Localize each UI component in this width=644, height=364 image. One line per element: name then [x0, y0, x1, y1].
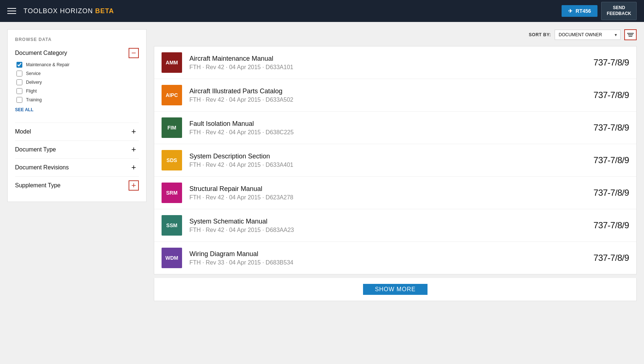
sort-line-3: [629, 36, 632, 37]
doc-info-fim: Fault Isolation Manual FTH · Rev 42 · 04…: [189, 120, 586, 136]
document-list: AMM Aircraft Maintenance Manual FTH · Re…: [154, 46, 637, 274]
doc-model-wdm: 737-7/8/9: [593, 253, 629, 263]
doc-model-srm: 737-7/8/9: [593, 188, 629, 198]
facet-item-training: Training: [15, 97, 139, 103]
doc-meta-aipc: FTH · Rev 42 · 04 Apr 2015 · D633A502: [189, 97, 586, 103]
facet-title-model: Model: [15, 128, 31, 135]
sort-line-1: [627, 33, 634, 34]
doc-title-ssm: System Schematic Manual: [189, 218, 586, 225]
doc-model-fim: 737-7/8/9: [593, 123, 629, 133]
see-all-link[interactable]: SEE ALL: [15, 107, 33, 112]
show-more-container: SHOW MORE: [154, 278, 637, 301]
doc-title-fim: Fault Isolation Manual: [189, 120, 586, 128]
doc-meta-fim: FTH · Rev 42 · 04 Apr 2015 · D638C225: [189, 129, 586, 136]
doc-title-amm: Aircraft Maintenance Manual: [189, 55, 586, 63]
doc-model-aipc: 737-7/8/9: [593, 90, 629, 100]
facet-document-revisions: Document Revisions +: [15, 158, 139, 176]
browse-data-label: BROWSE DATA: [15, 37, 139, 42]
document-row-amm[interactable]: AMM Aircraft Maintenance Manual FTH · Re…: [154, 46, 636, 79]
facet-document-category: Document Category − Maintenance & Repair…: [15, 48, 139, 118]
badge-ssm: SSM: [162, 215, 182, 236]
send-feedback-button[interactable]: SENDFEEDBACK: [601, 2, 637, 20]
facet-expand-supplement-type[interactable]: +: [129, 180, 139, 191]
document-row-srm[interactable]: SRM Structural Repair Manual FTH · Rev 4…: [154, 177, 636, 209]
facet-expand-model[interactable]: +: [129, 127, 139, 137]
doc-model-ssm: 737-7/8/9: [593, 220, 629, 230]
facet-item-service: Service: [15, 71, 139, 76]
doc-meta-wdm: FTH · Rev 33 · 04 Apr 2015 · D683B534: [189, 259, 586, 266]
doc-meta-sds: FTH · Rev 42 · 04 Apr 2015 · D633A401: [189, 162, 586, 168]
facet-model: Model +: [15, 123, 139, 140]
facet-document-type: Document Type +: [15, 140, 139, 158]
checkbox-training[interactable]: [16, 97, 22, 103]
badge-wdm: WDM: [162, 248, 182, 268]
doc-title-wdm: Wiring Diagram Manual: [189, 250, 586, 258]
doc-model-sds: 737-7/8/9: [593, 155, 629, 165]
checkbox-delivery[interactable]: [16, 79, 22, 85]
facet-supplement-type: Supplement Type +: [15, 176, 139, 194]
document-row-wdm[interactable]: WDM Wiring Diagram Manual FTH · Rev 33 ·…: [154, 242, 636, 274]
sort-by-label: Sort by:: [529, 32, 551, 37]
doc-model-amm: 737-7/8/9: [593, 57, 629, 68]
facet-title-document-type: Document Type: [15, 146, 56, 153]
badge-aipc: AIPC: [162, 85, 182, 105]
plane-icon: ✈: [568, 8, 573, 14]
content-area: Sort by: DOCUMENT OWNER Date Title Revis…: [154, 29, 637, 357]
show-more-button[interactable]: SHOW MORE: [363, 284, 427, 295]
facet-item-delivery: Delivery: [15, 79, 139, 85]
sidebar: BROWSE DATA Document Category − Maintena…: [7, 29, 147, 202]
doc-meta-srm: FTH · Rev 42 · 04 Apr 2015 · D623A278: [189, 194, 586, 201]
label-service: Service: [26, 71, 41, 76]
flight-code: RT456: [575, 8, 591, 14]
checkbox-service[interactable]: [16, 71, 22, 76]
badge-amm: AMM: [162, 52, 182, 73]
facet-collapse-document-category[interactable]: −: [129, 48, 139, 58]
label-flight: Flight: [26, 89, 37, 94]
doc-info-ssm: System Schematic Manual FTH · Rev 42 · 0…: [189, 218, 586, 233]
sort-dropdown-wrapper: DOCUMENT OWNER Date Title Revision ▼: [555, 30, 621, 40]
facet-title-document-category: Document Category: [15, 50, 67, 56]
facet-header-document-category: Document Category −: [15, 48, 139, 58]
checkbox-maintenance[interactable]: [16, 62, 22, 68]
doc-title-aipc: Aircraft Illustrated Parts Catalog: [189, 87, 586, 95]
checkbox-flight[interactable]: [16, 88, 22, 94]
sort-icon-button[interactable]: [624, 29, 637, 40]
doc-meta-ssm: FTH · Rev 42 · 04 Apr 2015 · D683AA23: [189, 227, 586, 233]
facet-expand-document-type[interactable]: +: [129, 145, 139, 155]
label-delivery: Delivery: [26, 80, 42, 85]
app-title: TOOLBOX HORIZON BETA: [23, 7, 114, 15]
main-container: BROWSE DATA Document Category − Maintena…: [0, 22, 644, 364]
badge-sds: SDS: [162, 150, 182, 170]
document-row-fim[interactable]: FIM Fault Isolation Manual FTH · Rev 42 …: [154, 112, 636, 144]
header: TOOLBOX HORIZON BETA ✈ RT456 SENDFEEDBAC…: [0, 0, 644, 22]
beta-label: BETA: [95, 7, 114, 15]
doc-title-sds: System Description Section: [189, 153, 586, 160]
header-right: ✈ RT456 SENDFEEDBACK: [562, 2, 637, 20]
sort-line-2: [628, 34, 633, 35]
doc-meta-amm: FTH · Rev 42 · 04 Apr 2015 · D633A101: [189, 64, 586, 71]
facet-title-document-revisions: Document Revisions: [15, 164, 69, 171]
badge-fim: FIM: [162, 117, 182, 138]
doc-info-aipc: Aircraft Illustrated Parts Catalog FTH ·…: [189, 87, 586, 103]
document-row-ssm[interactable]: SSM System Schematic Manual FTH · Rev 42…: [154, 209, 636, 242]
doc-info-srm: Structural Repair Manual FTH · Rev 42 · …: [189, 185, 586, 201]
sort-bar: Sort by: DOCUMENT OWNER Date Title Revis…: [154, 29, 637, 40]
doc-info-wdm: Wiring Diagram Manual FTH · Rev 33 · 04 …: [189, 250, 586, 266]
document-row-sds[interactable]: SDS System Description Section FTH · Rev…: [154, 144, 636, 177]
label-maintenance: Maintenance & Repair: [26, 62, 70, 67]
facet-expand-document-revisions[interactable]: +: [129, 162, 139, 173]
document-row-aipc[interactable]: AIPC Aircraft Illustrated Parts Catalog …: [154, 79, 636, 112]
flight-button[interactable]: ✈ RT456: [562, 5, 597, 17]
facet-item-flight: Flight: [15, 88, 139, 94]
doc-info-sds: System Description Section FTH · Rev 42 …: [189, 153, 586, 168]
doc-title-srm: Structural Repair Manual: [189, 185, 586, 193]
hamburger-menu[interactable]: [7, 8, 16, 14]
doc-info-amm: Aircraft Maintenance Manual FTH · Rev 42…: [189, 55, 586, 71]
facet-item-maintenance: Maintenance & Repair: [15, 62, 139, 68]
header-left: TOOLBOX HORIZON BETA: [7, 7, 114, 15]
sort-dropdown[interactable]: DOCUMENT OWNER Date Title Revision: [555, 30, 621, 40]
facet-title-supplement-type: Supplement Type: [15, 182, 60, 189]
label-training: Training: [26, 97, 42, 102]
badge-srm: SRM: [162, 183, 182, 203]
